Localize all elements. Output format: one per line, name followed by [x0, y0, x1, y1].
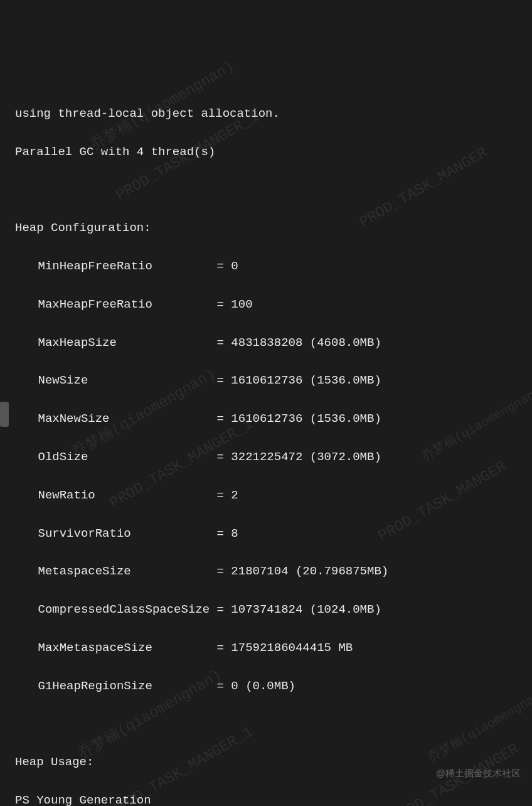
- blank-line: [15, 181, 517, 200]
- config-row: NewSize = 1610612736 (1536.0MB): [15, 371, 517, 390]
- config-row: G1HeapRegionSize = 0 (0.0MB): [15, 677, 517, 696]
- attribution-text: @稀土掘金技术社区: [436, 766, 521, 781]
- terminal-line: using thread-local object allocation.: [15, 104, 517, 123]
- config-row: MaxHeapSize = 4831838208 (4608.0MB): [15, 333, 517, 352]
- config-row: MaxHeapFreeRatio = 100: [15, 295, 517, 314]
- config-row: NewRatio = 2: [15, 486, 517, 505]
- config-row: OldSize = 3221225472 (3072.0MB): [15, 448, 517, 466]
- blank-line: [15, 714, 517, 733]
- heap-config-title: Heap Configuration:: [15, 218, 517, 237]
- config-row: CompressedClassSpaceSize = 1073741824 (1…: [15, 600, 517, 619]
- config-row: MetaspaceSize = 21807104 (20.796875MB): [15, 562, 517, 581]
- config-row: MaxNewSize = 1610612736 (1536.0MB): [15, 409, 517, 428]
- terminal-line: Parallel GC with 4 thread(s): [15, 142, 517, 161]
- config-row: SurvivorRatio = 8: [15, 524, 517, 543]
- scrollbar-thumb[interactable]: [0, 402, 9, 427]
- config-row: MinHeapFreeRatio = 0: [15, 257, 517, 276]
- young-gen-title: PS Young Generation: [15, 791, 517, 806]
- config-row: MaxMetaspaceSize = 17592186044415 MB: [15, 638, 517, 657]
